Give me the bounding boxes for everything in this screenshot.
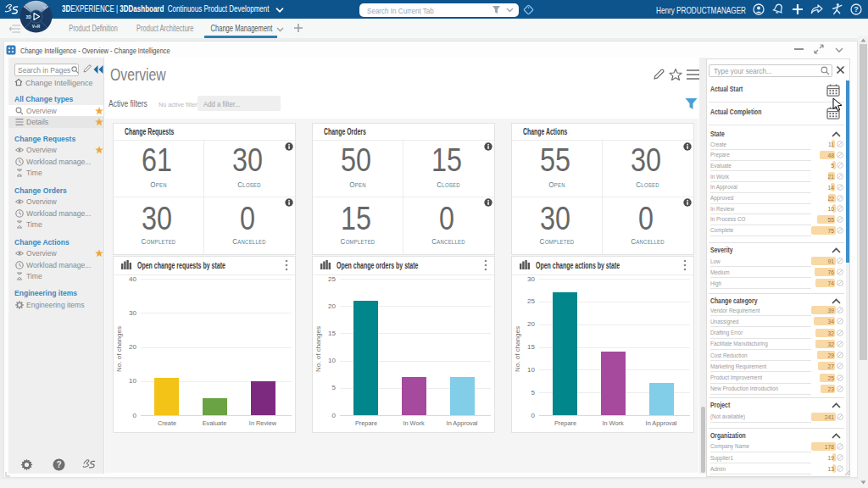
svg-text:?: ? — [854, 5, 859, 14]
svg-text:3D: 3D — [26, 14, 32, 19]
svg-text:V+R: V+R — [32, 25, 41, 29]
svg-text:?: ? — [56, 460, 61, 469]
